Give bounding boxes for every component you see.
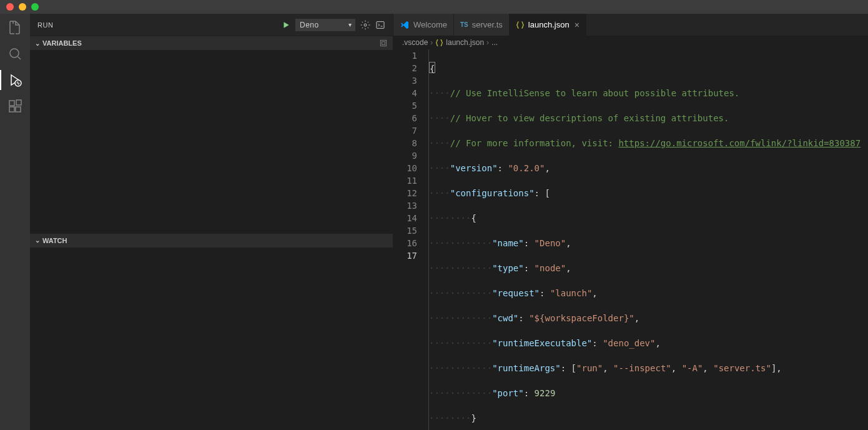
svg-rect-9 bbox=[382, 42, 385, 45]
code-editor[interactable]: 1234 5678 9101112 13141516 17 { ····// U… bbox=[393, 49, 868, 430]
svg-point-6 bbox=[364, 24, 367, 26]
run-sidebar: RUN Deno bbox=[30, 14, 393, 430]
debug-console-button[interactable] bbox=[375, 20, 385, 30]
watch-section-header[interactable]: ⌄ WATCH bbox=[30, 234, 393, 248]
breadcrumb-folder[interactable]: .vscode bbox=[402, 38, 428, 47]
chevron-right-icon: › bbox=[486, 38, 489, 47]
breadcrumb-segment[interactable]: ... bbox=[491, 38, 498, 47]
tab-welcome[interactable]: Welcome bbox=[393, 14, 454, 36]
svg-rect-8 bbox=[380, 40, 386, 46]
extensions-icon[interactable] bbox=[7, 99, 22, 114]
run-debug-icon[interactable] bbox=[7, 72, 22, 88]
svg-rect-2 bbox=[9, 101, 14, 106]
start-debug-button[interactable] bbox=[282, 21, 290, 29]
chevron-down-icon: ⌄ bbox=[35, 237, 40, 244]
svg-rect-7 bbox=[377, 21, 384, 28]
tab-bar: Welcome TS server.ts launch.json × bbox=[393, 14, 868, 36]
variables-collapse-icon[interactable] bbox=[379, 39, 388, 48]
vscode-icon bbox=[400, 20, 410, 30]
tab-server-ts[interactable]: TS server.ts bbox=[454, 14, 510, 36]
explorer-icon[interactable] bbox=[7, 20, 22, 35]
watch-label: WATCH bbox=[42, 237, 67, 244]
window-maximize-button[interactable] bbox=[31, 3, 39, 11]
tab-label: server.ts bbox=[472, 20, 503, 29]
svg-rect-4 bbox=[16, 107, 21, 112]
breadcrumb-file[interactable]: launch.json bbox=[446, 38, 484, 47]
variables-body bbox=[30, 50, 393, 233]
tab-launch-json[interactable]: launch.json × bbox=[510, 14, 586, 36]
json-icon bbox=[516, 21, 525, 29]
debug-config-selected: Deno bbox=[300, 21, 319, 29]
variables-section-header[interactable]: ⌄ VARIABLES bbox=[30, 36, 393, 50]
variables-label: VARIABLES bbox=[42, 39, 82, 47]
search-icon[interactable] bbox=[7, 46, 22, 61]
window-close-button[interactable] bbox=[6, 3, 14, 11]
activity-bar bbox=[0, 14, 30, 430]
line-gutter: 1234 5678 9101112 13141516 17 bbox=[393, 49, 428, 430]
debug-config-select[interactable]: Deno bbox=[295, 19, 355, 31]
svg-point-0 bbox=[10, 49, 19, 58]
code-content[interactable]: { ····// Use IntelliSense to learn about… bbox=[428, 49, 868, 430]
tab-label: launch.json bbox=[528, 20, 570, 29]
watch-body bbox=[30, 248, 393, 431]
editor-area: Welcome TS server.ts launch.json × .vsco… bbox=[393, 14, 868, 430]
close-icon[interactable]: × bbox=[575, 20, 579, 30]
ts-icon: TS bbox=[460, 21, 468, 28]
svg-rect-3 bbox=[9, 107, 14, 112]
svg-rect-5 bbox=[16, 100, 21, 105]
breadcrumbs[interactable]: .vscode › launch.json › ... bbox=[393, 36, 868, 49]
run-panel-title: RUN bbox=[37, 21, 53, 29]
window-minimize-button[interactable] bbox=[19, 3, 26, 11]
titlebar bbox=[0, 0, 868, 14]
debug-settings-button[interactable] bbox=[360, 20, 370, 30]
chevron-right-icon: › bbox=[430, 38, 433, 47]
tab-label: Welcome bbox=[413, 20, 447, 29]
json-icon bbox=[435, 39, 443, 47]
chevron-down-icon: ⌄ bbox=[35, 40, 40, 47]
